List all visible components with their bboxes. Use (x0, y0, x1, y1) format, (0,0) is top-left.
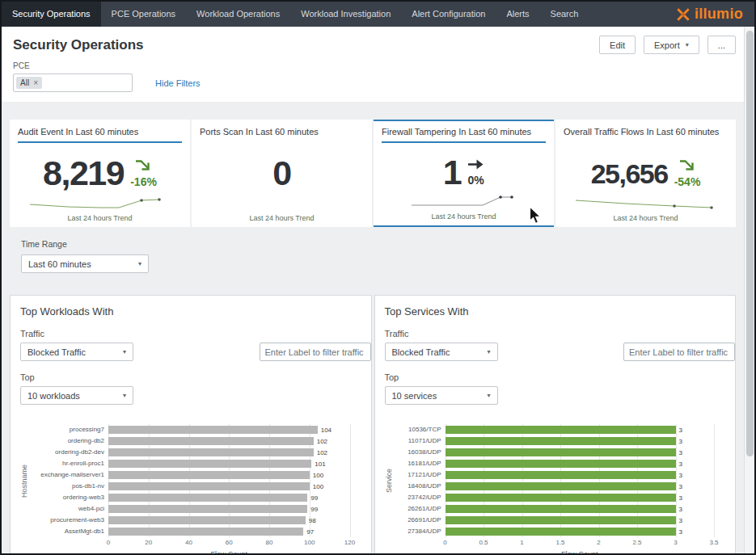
traffic-label: Traffic (20, 329, 361, 338)
x-tick-label: 2 (597, 539, 600, 546)
x-tick-label: 1.5 (555, 539, 564, 546)
chip-remove-icon[interactable]: × (33, 78, 38, 87)
bar[interactable] (108, 482, 310, 490)
bar[interactable] (446, 426, 676, 434)
category-label: 23742/UDP (395, 492, 446, 503)
x-axis: 00.511.522.533.5 (446, 539, 715, 548)
brand-text: illumio (695, 6, 743, 23)
nav-item-alerts[interactable]: Alerts (496, 2, 539, 27)
plot-area: 104 102 102 101 100 100 99 99 98 97 (108, 424, 350, 553)
metric-value: 1 (443, 155, 461, 190)
bar[interactable] (108, 448, 314, 456)
x-axis-label: Flow Count (446, 550, 715, 553)
trend-label: Last 24 hours Trend (18, 214, 182, 222)
hide-filters-link[interactable]: Hide Filters (155, 78, 201, 88)
nav-item-pce-operations[interactable]: PCE Operations (101, 2, 186, 27)
bar-value: 3 (679, 427, 682, 434)
chevron-down-icon: ▾ (123, 392, 126, 399)
bar-value: 104 (321, 427, 332, 434)
bar-row: 3 (446, 424, 715, 435)
category-label: 18408/UDP (395, 481, 446, 492)
top-select[interactable]: 10 services ▾ (385, 386, 498, 405)
bar[interactable] (108, 471, 310, 479)
bar[interactable] (108, 437, 314, 445)
time-range-select[interactable]: Last 60 minutes ▾ (21, 254, 149, 273)
bar-value: 102 (317, 449, 327, 456)
nav-item-workload-investigation[interactable]: Workload Investigation (290, 2, 401, 27)
bar-value: 3 (679, 494, 682, 502)
bar-value: 3 (679, 472, 682, 479)
metric-card-firewall-tampering-in-last-60-minutes[interactable]: Firewall Tampering In Last 60 minutes 1 … (374, 120, 554, 227)
top-select-value: 10 services (392, 391, 437, 401)
time-range-label: Time Range (21, 239, 744, 249)
category-label: procurement-web3 (31, 515, 108, 526)
bar-row: 3 (446, 503, 715, 515)
x-axis: 020406080100120 (108, 539, 350, 548)
metric-card-title: Audit Event In Last 60 minutes (18, 126, 182, 154)
bar-row: 3 (446, 481, 715, 492)
nav-item-security-operations[interactable]: Security Operations (2, 2, 101, 27)
bar[interactable] (446, 448, 676, 456)
traffic-select[interactable]: Blocked Traffic ▾ (385, 343, 498, 361)
bar[interactable] (446, 505, 676, 513)
top-select[interactable]: 10 workloads ▾ (20, 386, 133, 405)
bar-row: 3 (446, 458, 715, 469)
down-right-arrow-icon (679, 158, 696, 175)
pce-filter-input[interactable]: All × (13, 74, 133, 92)
bar[interactable] (446, 471, 676, 479)
x-tick-label: 3.5 (709, 539, 718, 546)
bar[interactable] (108, 528, 303, 536)
top-nav: Security OperationsPCE OperationsWorkloa… (2, 2, 754, 27)
metric-card-title: Overall Traffic Flows In Last 60 minutes (564, 126, 728, 154)
metric-card-overall-traffic-flows-in-last-60-minutes[interactable]: Overall Traffic Flows In Last 60 minutes… (555, 120, 736, 227)
more-button[interactable]: ... (707, 36, 736, 54)
traffic-label: Traffic (385, 329, 726, 338)
category-label: 17121/UDP (395, 469, 446, 481)
category-label: processing7 (31, 424, 108, 435)
bar-value: 3 (679, 483, 682, 490)
chevron-down-icon: ▾ (487, 348, 490, 355)
illumio-logo[interactable]: illumio (677, 2, 754, 27)
category-label: 16181/UDP (395, 458, 446, 469)
x-tick-label: 80 (266, 539, 273, 546)
metric-value: 0 (272, 156, 290, 191)
page-header: Security Operations Edit Export▾ ... PCE… (2, 27, 744, 102)
bar-row: 3 (446, 492, 715, 503)
label-filter-input[interactable] (623, 343, 735, 361)
bar[interactable] (108, 494, 307, 502)
chevron-down-icon: ▾ (487, 392, 490, 399)
bar-value: 102 (317, 438, 327, 445)
bar-value: 3 (679, 438, 682, 445)
bar[interactable] (446, 460, 676, 468)
bar-row: 99 (108, 492, 350, 503)
edit-button[interactable]: Edit (599, 36, 636, 54)
bar[interactable] (446, 482, 676, 490)
label-filter-input[interactable] (260, 343, 371, 361)
scrollbar-thumb[interactable] (746, 31, 754, 456)
x-tick-label: 1 (520, 539, 523, 546)
bar-row: 102 (108, 447, 350, 458)
down-right-arrow-icon (135, 158, 152, 175)
pce-filter-chip[interactable]: All × (16, 77, 42, 89)
bar[interactable] (446, 494, 676, 502)
category-axis: processing7ordering-db2ordering-db2-devh… (31, 424, 108, 553)
bar-row: 97 (108, 526, 350, 537)
bar[interactable] (108, 505, 307, 513)
bar[interactable] (108, 426, 318, 434)
nav-item-workload-operations[interactable]: Workload Operations (186, 2, 290, 27)
nav-item-search[interactable]: Search (540, 2, 589, 27)
traffic-select[interactable]: Blocked Traffic ▾ (20, 343, 133, 361)
nav-item-alert-configuration[interactable]: Alert Configuration (401, 2, 496, 27)
bar-value: 3 (679, 449, 682, 456)
bar[interactable] (446, 516, 676, 524)
nav-items: Security OperationsPCE OperationsWorkloa… (2, 2, 589, 27)
export-button[interactable]: Export▾ (644, 36, 699, 54)
bar[interactable] (446, 528, 676, 536)
metric-card-audit-event-in-last-60-minutes[interactable]: Audit Event In Last 60 minutes 8,219 -16… (10, 120, 190, 227)
bar[interactable] (108, 516, 306, 524)
bar[interactable] (108, 460, 311, 468)
bar[interactable] (446, 437, 676, 445)
metric-card-ports-scan-in-last-60-minutes[interactable]: Ports Scan In Last 60 minutes 0 Last 24 … (192, 120, 372, 227)
metric-cards-row: Audit Event In Last 60 minutes 8,219 -16… (10, 120, 736, 227)
vertical-scrollbar[interactable] (744, 27, 754, 553)
